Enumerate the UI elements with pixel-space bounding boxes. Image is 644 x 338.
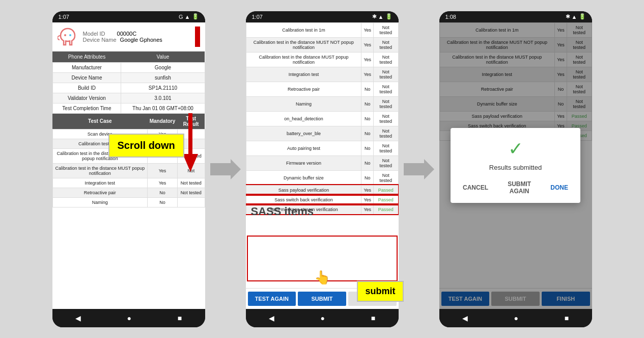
home-icon2[interactable]: ●: [321, 314, 325, 322]
svg-point-1: [69, 34, 71, 36]
phone3-status-bar: 1:08 ✱ ▲ 🔋: [439, 11, 592, 22]
value-cell: Thu Jan 01 08 GMT+08:00: [121, 103, 205, 113]
table-row: Integration test Yes Not tested: [52, 178, 205, 188]
battery-icon: 🔋: [192, 13, 199, 20]
test-name-cell: Dynamic buffer size: [246, 170, 361, 185]
mandatory-cell: No: [361, 170, 374, 185]
result-cell: Not tested: [374, 52, 398, 67]
scroll-callout-text: Scroll down: [118, 140, 175, 151]
mandatory-cell: Yes: [361, 22, 374, 37]
sass-text: SASS items: [251, 205, 314, 218]
mandatory-cell: Yes: [361, 185, 374, 195]
test-name-cell: Integration test: [246, 67, 361, 82]
dialog-title: Results submitted: [459, 164, 572, 171]
sass-row: Sass payload verification Yes Passed: [246, 185, 398, 195]
signal-icon2: ▲: [378, 14, 384, 20]
back-icon2[interactable]: ◀: [269, 314, 274, 322]
value-cell: sunfish: [121, 72, 205, 83]
recents-icon3[interactable]: ■: [565, 314, 569, 322]
svg-marker-4: [210, 159, 241, 179]
down-arrow-icon: [183, 113, 198, 174]
phone1-nav-bar: ◀ ● ■: [52, 309, 205, 327]
recents-icon[interactable]: ■: [178, 314, 182, 322]
table-row: Calibration test in 1m Yes Not tested: [246, 22, 398, 37]
result-cell: Not tested: [374, 155, 398, 170]
test-name-cell: Calibration test in the distance MUST po…: [52, 163, 148, 178]
back-icon3[interactable]: ◀: [462, 314, 468, 322]
mandatory-cell: No: [361, 96, 374, 111]
test-name-cell: Calibration test in the distance MUST po…: [246, 52, 361, 67]
phone2-status-icons: ✱ ▲ 🔋: [372, 13, 393, 20]
phone3-content: Calibration test in 1m Yes Not tested Ca…: [439, 22, 592, 309]
mandatory-cell: No: [361, 141, 374, 155]
result-cell: Not tested: [374, 22, 398, 37]
table-row: on_head_detection No Not tested: [246, 111, 398, 126]
mandatory-cell: Yes: [361, 52, 374, 67]
submit-button[interactable]: SUBMIT: [298, 292, 346, 306]
test-name-cell: battery_over_ble: [246, 126, 361, 141]
table-row: Naming No: [52, 197, 205, 207]
result-cell: Passed: [374, 185, 398, 195]
results-dialog-overlay: ✓ Results submitted CANCEL SUBMIT AGAIN …: [439, 22, 592, 309]
recents-icon2[interactable]: ■: [371, 314, 375, 322]
device-name-value: Google Gphones: [120, 37, 162, 43]
signal-icon: G: [179, 14, 183, 20]
mandatory-cell: No: [361, 155, 374, 170]
dialog-cancel-button[interactable]: CANCEL: [459, 178, 492, 197]
result-cell: Not tested: [374, 82, 398, 96]
test-name-cell: Calibration test in the distance MUST NO…: [246, 37, 361, 52]
test-case-header: Test Case: [52, 114, 148, 129]
result-cell: Passed: [374, 195, 398, 204]
back-icon[interactable]: ◀: [75, 314, 81, 322]
result-cell: Not tested: [177, 178, 205, 188]
table-row: battery_over_ble No Not tested: [246, 126, 398, 141]
mandatory-cell: Yes: [361, 195, 374, 204]
test-name-cell: Naming: [52, 197, 148, 207]
dialog-done-button[interactable]: DONE: [546, 178, 572, 197]
submit-callout-text: submit: [365, 286, 395, 296]
scene: 1:07 G ▲ 🔋: [0, 0, 644, 338]
signal-icon3: ▲: [572, 14, 577, 20]
home-icon3[interactable]: ●: [514, 314, 518, 322]
phone1-content: Model ID 00000C Device Name Google Gphon…: [52, 22, 205, 309]
dialog-submit-again-button[interactable]: SUBMIT AGAIN: [496, 178, 542, 197]
red-scroll-arrow: [183, 113, 198, 176]
result-cell: Not tested: [374, 170, 398, 185]
result-cell: Not tested: [374, 141, 398, 155]
phone1-status-bar: 1:07 G ▲ 🔋: [52, 11, 205, 22]
forward-arrow2-icon: [404, 159, 434, 179]
model-id-value: 00000C: [117, 31, 137, 37]
test-again-button[interactable]: TEST AGAIN: [248, 292, 296, 306]
home-icon[interactable]: ●: [127, 314, 131, 322]
scroll-bar-indicator: [195, 27, 200, 47]
table-row: Calibration test in the distance MUST NO…: [246, 37, 398, 52]
result-cell: [177, 197, 205, 207]
result-cell: Not tested: [177, 188, 205, 197]
test-name-cell: on_head_detection: [246, 111, 361, 126]
svg-marker-3: [183, 154, 198, 172]
phone3-nav-bar: ◀ ● ■: [439, 309, 592, 327]
test-name-cell: Integration test: [52, 178, 148, 188]
phone3-wrapper: 1:08 ✱ ▲ 🔋 Calibration test in 1m Yes: [439, 11, 592, 327]
value-cell: Google: [121, 62, 205, 72]
table-row: Naming No Not tested: [246, 96, 398, 111]
value-cell: 3.0.101: [121, 93, 205, 103]
table-row: Retroactive pair No Not tested: [246, 82, 398, 96]
phone2-status-bar: 1:07 ✱ ▲ 🔋: [246, 11, 399, 22]
value-col-header: Value: [121, 51, 205, 63]
test-name-cell: Retroactive pair: [52, 188, 148, 197]
phone2-content: Calibration test in 1m Yes Not tested Ca…: [246, 22, 399, 309]
table-row: Calibration test in the distance MUST po…: [52, 163, 205, 178]
table-row: Manufacturer Google: [52, 62, 205, 72]
table-row: Retroactive pair No Not tested: [52, 188, 205, 197]
attr-cell: Validator Version: [52, 93, 121, 103]
mandatory-cell: No: [361, 111, 374, 126]
sass-callout-label: SASS items: [251, 205, 314, 218]
device-logo-icon: [58, 27, 78, 47]
wifi-icon: ▲: [185, 14, 190, 20]
phone3-time: 1:08: [445, 14, 456, 20]
arrow2: [404, 159, 434, 179]
mandatory-cell: Yes: [361, 204, 374, 214]
phone1-time: 1:07: [59, 14, 69, 20]
model-id-label: Model ID: [83, 31, 105, 37]
